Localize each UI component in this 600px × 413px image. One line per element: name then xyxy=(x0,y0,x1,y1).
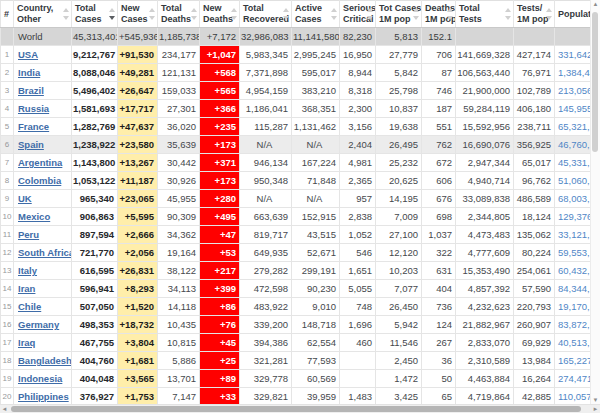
column-header-country[interactable]: Country,Other xyxy=(14,1,72,28)
cell-active: 60,569 xyxy=(292,370,340,388)
country-link[interactable]: Mexico xyxy=(18,211,50,222)
horizontal-scrollbar-thumb[interactable] xyxy=(11,406,581,412)
country-link[interactable]: France xyxy=(18,121,49,132)
cell-new-deaths: +371 xyxy=(200,154,240,172)
cell-total-cases: 906,863 xyxy=(72,208,118,226)
country-link[interactable]: Chile xyxy=(18,301,41,312)
cell-total-deaths: 159,033 xyxy=(158,82,200,100)
country-link[interactable]: India xyxy=(18,67,40,78)
cell-total-deaths: 90,309 xyxy=(158,208,200,226)
cell-cases-1m: 11,546 xyxy=(376,334,422,352)
table-row: 3Brazil5,496,402+26,647159,033+5654,954,… xyxy=(1,82,600,100)
country-link[interactable]: Italy xyxy=(18,265,37,276)
country-link[interactable]: Spain xyxy=(18,139,44,150)
cell-deaths-1m: 706 xyxy=(422,46,456,64)
cell-active: 77,593 xyxy=(292,352,340,370)
country-link[interactable]: Indonesia xyxy=(18,373,62,384)
country-cell: Iran xyxy=(14,280,72,298)
column-header-total-deaths[interactable]: TotalDeaths xyxy=(158,1,200,28)
cell-total-tests: 2,344,805 xyxy=(456,208,514,226)
column-header-total-tests[interactable]: TotalTests xyxy=(456,1,514,28)
vertical-scrollbar[interactable]: ▲ ▼ xyxy=(590,0,600,405)
scroll-left-arrow-icon[interactable]: ◄ xyxy=(0,405,9,413)
country-link[interactable]: Brazil xyxy=(18,85,44,96)
cell-new-cases: +49,281 xyxy=(118,64,158,82)
cell-new-cases: +1,753 xyxy=(118,388,158,406)
cell-tests-1m: 13,984 xyxy=(514,352,555,370)
cell-serious: 460 xyxy=(340,334,376,352)
cell-total-cases: 9,212,767 xyxy=(72,46,118,64)
cell-tests-1m: 76,971 xyxy=(514,64,555,82)
cell-cases-1m: 7,077 xyxy=(376,280,422,298)
cell-recovered: 339,200 xyxy=(240,316,292,334)
column-header-total-recovered[interactable]: TotalRecovered xyxy=(240,1,292,28)
cell-active: 43,515 xyxy=(292,226,340,244)
cell-new-cases: +17,717 xyxy=(118,100,158,118)
country-cell: Colombia xyxy=(14,172,72,190)
cell-new-deaths: +280 xyxy=(200,190,240,208)
cell-total-deaths: 30,442 xyxy=(158,154,200,172)
country-link[interactable]: Philippines xyxy=(18,391,69,402)
rank-cell: 14 xyxy=(1,280,14,298)
cell-deaths-1m: 1,037 xyxy=(422,226,456,244)
cell-active: 71,848 xyxy=(292,172,340,190)
scroll-up-arrow-icon[interactable]: ▲ xyxy=(591,0,600,9)
cell-tests-1m: 65,017 xyxy=(514,154,555,172)
horizontal-scrollbar[interactable]: ◄ ► xyxy=(0,404,600,413)
column-header-new-cases[interactable]: NewCases xyxy=(118,1,158,28)
country-cell: Chile xyxy=(14,298,72,316)
cell-deaths-1m: 746 xyxy=(422,82,456,100)
column-header-tests-1m[interactable]: Tests/1M pop xyxy=(514,1,555,28)
table-row: 7Argentina1,143,800+13,26730,442+371946,… xyxy=(1,154,600,172)
cell-deaths-1m: 267 xyxy=(422,334,456,352)
country-link[interactable]: Iran xyxy=(18,283,35,294)
cell-tests-1m: 238,711 xyxy=(514,118,555,136)
table-row: 14Iran596,941+8,29334,113+399472,59890,2… xyxy=(1,280,600,298)
country-link[interactable]: Germany xyxy=(18,319,59,330)
vertical-scrollbar-thumb[interactable] xyxy=(592,12,598,152)
cell-active: 39,959 xyxy=(292,388,340,406)
cell-tests-1m xyxy=(514,28,555,46)
cell-new-deaths: +173 xyxy=(200,136,240,154)
scroll-right-arrow-icon[interactable]: ► xyxy=(591,405,600,413)
table-row: 1USA9,212,767+91,530234,177+1,0475,983,3… xyxy=(1,46,600,64)
country-link[interactable]: South Africa xyxy=(18,247,72,258)
cell-total-cases: 1,053,122 xyxy=(72,172,118,190)
cell-total-cases: 965,340 xyxy=(72,190,118,208)
cell-new-cases: +3,804 xyxy=(118,334,158,352)
country-link[interactable]: UK xyxy=(18,193,32,204)
country-link[interactable]: Argentina xyxy=(18,157,62,168)
cell-total-cases: 404,760 xyxy=(72,352,118,370)
table-row: 17Iraq467,755+3,80410,815+45394,38662,55… xyxy=(1,334,600,352)
cell-total-deaths: 1,185,738 xyxy=(158,28,200,46)
country-link[interactable]: USA xyxy=(18,49,38,60)
rank-cell: 16 xyxy=(1,316,14,334)
cell-total-cases: 8,088,046 xyxy=(72,64,118,82)
column-header-tot-cases-1m[interactable]: Tot Cases/1M pop xyxy=(376,1,422,28)
cell-deaths-1m: 65 xyxy=(422,388,456,406)
cell-new-deaths: +399 xyxy=(200,280,240,298)
cell-recovered: 1,186,041 xyxy=(240,100,292,118)
cell-recovered: N/A xyxy=(240,136,292,154)
cell-deaths-1m: 152.1 xyxy=(422,28,456,46)
column-header-deaths-1m[interactable]: Deaths/1M pop xyxy=(422,1,456,28)
cell-tests-1m: 135,062 xyxy=(514,226,555,244)
country-link[interactable]: Colombia xyxy=(18,175,61,186)
cell-total-cases: 616,595 xyxy=(72,262,118,280)
country-link[interactable]: Iraq xyxy=(18,337,35,348)
cell-new-deaths: +47 xyxy=(200,226,240,244)
cell-deaths-1m: 698 xyxy=(422,208,456,226)
column-header-serious-critical[interactable]: Serious,Critical xyxy=(340,1,376,28)
column-header-new-deaths[interactable]: NewDeaths xyxy=(200,1,240,28)
cell-deaths-1m: 676 xyxy=(422,190,456,208)
country-link[interactable]: Bangladesh xyxy=(18,355,72,366)
table-row: 19Indonesia404,048+3,56513,701+89329,778… xyxy=(1,370,600,388)
country-link[interactable]: Russia xyxy=(18,103,49,114)
cell-serious: 8,944 xyxy=(340,64,376,82)
sort-icon xyxy=(366,8,373,20)
table-row: 12South Africa721,770+2,05619,164+53649,… xyxy=(1,244,600,262)
column-header-active-cases[interactable]: ActiveCases xyxy=(292,1,340,28)
country-link[interactable]: Peru xyxy=(18,229,39,240)
column-header-total-cases[interactable]: TotalCases xyxy=(72,1,118,28)
cell-new-deaths: +366 xyxy=(200,100,240,118)
